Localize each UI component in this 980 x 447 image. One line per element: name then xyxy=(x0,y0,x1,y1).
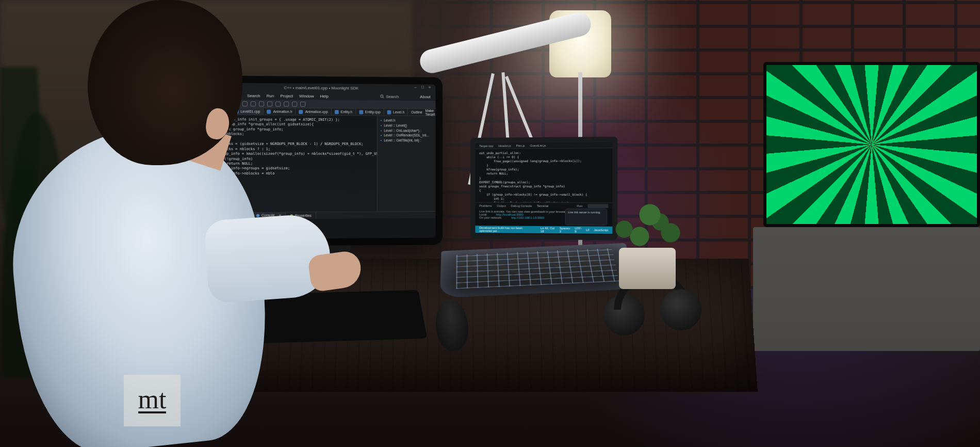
toolbar-icon[interactable] xyxy=(275,101,281,106)
outline-item[interactable]: Level :: OnLoad(char*) : xyxy=(381,128,433,133)
toolbar-icon[interactable] xyxy=(259,101,264,106)
toolbar-icon[interactable] xyxy=(267,101,272,106)
close-icon[interactable]: × xyxy=(279,213,281,217)
window-close-icon[interactable]: × xyxy=(429,85,433,89)
code-line: } xyxy=(479,175,608,180)
editor-tab[interactable]: Entity.cpp xyxy=(356,108,384,115)
outline-item[interactable]: Level :: OnRender(SDL_int... xyxy=(381,133,433,138)
menu-item[interactable]: Help xyxy=(320,93,329,98)
code-line: return NULL; xyxy=(209,162,373,167)
search-label: Search xyxy=(386,94,399,99)
editor-tab[interactable]: Header.js xyxy=(498,144,511,147)
menu-item[interactable]: Project xyxy=(280,93,293,98)
external-keyboard xyxy=(235,290,428,344)
scene-root: C++ • main/Level01.cpp • Moonlight SDK –… xyxy=(0,0,980,447)
network-url-link[interactable]: http://192.168.1.13:3000 xyxy=(511,216,544,219)
bottom-tab-properties[interactable]: Properties xyxy=(286,212,316,219)
toolbar-icon[interactable] xyxy=(292,101,297,106)
plant-pot xyxy=(619,248,676,289)
menu-item[interactable]: Search xyxy=(247,93,260,98)
status-item[interactable]: Ln 42, Col 18 xyxy=(541,227,556,233)
bottom-tab-console[interactable]: Console× xyxy=(252,212,286,219)
editor-tab[interactable]: Plex.js xyxy=(516,144,525,147)
code-line: int i; xyxy=(209,137,373,142)
panel-tab-problems[interactable]: Problems xyxy=(479,204,492,207)
file-icon xyxy=(359,110,363,114)
file-icon xyxy=(234,109,238,114)
plant-leaves xyxy=(593,186,696,258)
outline-panel-label[interactable]: Outline xyxy=(411,110,422,114)
menu-about[interactable]: About xyxy=(420,94,430,99)
code-line: group_info->nblocks = nblo xyxy=(209,171,373,177)
outline-item[interactable]: Level :: GetTile(int, int) : xyxy=(381,138,433,143)
status-message: Development build has not been optimized… xyxy=(479,226,532,233)
panel-tab-output[interactable]: Output xyxy=(497,204,506,207)
code-line: int nblocks; xyxy=(209,132,373,137)
code-editor[interactable]: struct group_info init_groups = { .usage… xyxy=(205,115,377,212)
toolbar-icon[interactable] xyxy=(251,101,256,106)
file-icon xyxy=(335,110,339,114)
ide-title: C++ • main/Level01.cpp • Moonlight SDK xyxy=(284,85,358,90)
outline-item[interactable]: Level :: Level() xyxy=(381,123,433,128)
editor-tab[interactable]: GuestList.js xyxy=(530,143,546,147)
menu-item[interactable]: Window xyxy=(299,93,314,98)
port-label: Port xyxy=(577,204,582,207)
status-item[interactable]: Spaces: 2 xyxy=(560,227,571,233)
editor-tab[interactable]: Level01.cpp xyxy=(231,108,264,115)
editor-tab[interactable]: Entity.h xyxy=(332,108,356,115)
editor-tab[interactable]: Animation.h xyxy=(264,108,296,115)
status-item[interactable]: UTF-8 xyxy=(575,227,582,233)
window-maximize-icon[interactable]: □ xyxy=(421,85,426,89)
toolbar-icon[interactable] xyxy=(242,101,248,106)
window-minimize-icon[interactable]: – xyxy=(414,85,418,89)
panel-tab-debug[interactable]: Debug Console xyxy=(511,204,532,207)
svg-line-1 xyxy=(383,97,384,98)
status-item[interactable]: LF xyxy=(586,229,590,232)
svg-point-0 xyxy=(380,95,383,98)
console-dot-icon xyxy=(256,214,259,217)
laptop-code-editor[interactable]: out_undo_partial_alloc: while (--i >= 0)… xyxy=(475,148,612,202)
code-line: nblocks = nblocks ? : 1; xyxy=(209,147,373,152)
editor-tab[interactable]: Target.cpp xyxy=(479,144,493,147)
toolbar-icon[interactable] xyxy=(209,101,214,106)
code-line: void groups_free(struct group_info *grou… xyxy=(479,184,608,188)
toolbar-icon[interactable] xyxy=(234,101,239,106)
console-panel[interactable]: No consoles to display at this time… xyxy=(205,218,436,240)
code-line: group_info = kmalloc(sizeof(*group_info)… xyxy=(209,152,373,157)
monitor-stand xyxy=(304,237,351,279)
editor-tab[interactable]: Level.h xyxy=(384,109,408,116)
panel-tab-terminal[interactable]: Terminal xyxy=(537,204,548,207)
make-target-label[interactable]: Make Target xyxy=(426,108,435,116)
file-icon xyxy=(208,109,212,113)
menu-item[interactable]: Navigate xyxy=(224,93,241,98)
toolbar-icon[interactable] xyxy=(217,101,222,106)
code-line: nblocks = (gidsetsize + NGROUPS_PER_BLOC… xyxy=(209,142,373,147)
toolbar-icon[interactable] xyxy=(300,101,305,106)
telescope-tube xyxy=(417,10,593,76)
watermark-logo: mt xyxy=(124,375,181,426)
tv-screen-visualizer xyxy=(766,65,977,224)
editor-tab[interactable]: App.cpp xyxy=(205,108,231,115)
outline-item[interactable]: Level.h xyxy=(381,118,433,123)
editor-tab[interactable]: Animation.cpp xyxy=(296,108,332,115)
code-line: group_info->ngroups = gidsetsize; xyxy=(209,166,373,171)
menu-item[interactable]: Run xyxy=(267,93,274,98)
bottom-tab-errors[interactable]: Errors xyxy=(205,213,229,219)
file-icon xyxy=(387,110,391,114)
ide-titlebar[interactable]: C++ • main/Level01.cpp • Moonlight SDK –… xyxy=(205,83,436,92)
menu-item[interactable]: urce xyxy=(210,93,218,98)
error-dot-icon xyxy=(209,215,212,218)
toolbar-icon[interactable] xyxy=(284,101,289,106)
code-line: if (!group_info) xyxy=(209,156,373,162)
laptop-bottom-tabs: Problems Output Debug Console Terminal P… xyxy=(475,202,612,209)
ide-search[interactable]: Search xyxy=(380,94,399,99)
toolbar-icon[interactable] xyxy=(225,101,231,106)
file-icon xyxy=(267,109,271,114)
code-line: { xyxy=(479,188,608,193)
properties-dot-icon xyxy=(290,214,293,217)
code-line: EXPORT_SYMBOL(groups_alloc); xyxy=(479,180,608,184)
laptop-statusbar: Development build has not been optimized… xyxy=(475,226,612,234)
task-dot-icon xyxy=(233,214,236,217)
foreground-plant-left xyxy=(0,67,62,377)
bottom-tab-tasks[interactable]: Tasks xyxy=(229,213,252,219)
